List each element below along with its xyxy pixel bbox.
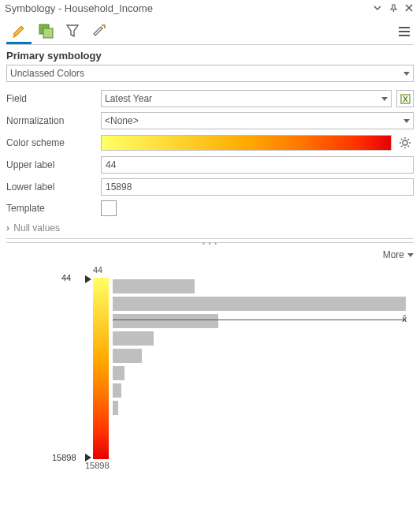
svg-line-9 [408,146,410,148]
histogram-bar [113,297,406,311]
chevron-down-icon [374,4,381,12]
pin-icon [389,4,398,13]
colorscheme-dropdown[interactable] [101,135,392,151]
panel-title: Symbology - Household_Income [5,2,368,14]
ramp-bottom-outer-label: 15898 [52,453,76,462]
close-button[interactable] [403,2,415,14]
tab-symbol-layers[interactable] [60,19,85,44]
ramp-top-outer-label: 44 [61,273,71,282]
svg-line-8 [401,139,403,140]
mean-label: x̄ [402,314,407,324]
close-icon [405,4,413,12]
autohide-button[interactable] [371,2,384,14]
primary-symbology-heading: Primary symbology [6,50,414,62]
lower-label-input[interactable] [101,178,414,196]
normalization-dropdown[interactable]: <None> [101,112,414,129]
grip-icon: • • • [203,240,217,248]
svg-line-11 [408,139,410,140]
histogram-bar [113,331,154,346]
hamburger-icon [399,27,410,28]
histogram-bar [113,383,121,398]
histogram-upper-handle[interactable] [85,275,91,283]
paintbrush-icon [10,22,28,39]
gear-icon [399,136,411,149]
null-values-expander[interactable]: › Null values [6,222,414,234]
symbology-panel: Symbology - Household_Income [0,0,420,475]
field-dropdown[interactable]: Latest Year [101,90,392,107]
colorscheme-label: Color scheme [6,137,101,148]
color-ramp [93,278,109,459]
upper-label-input[interactable] [101,156,414,174]
histogram-bar [113,279,195,293]
normalization-label: Normalization [6,115,101,126]
tab-vary-by-attribute[interactable] [33,19,58,44]
histogram-bar [113,401,118,415]
histogram-bar [113,349,142,363]
histogram: 44 44 15898 15898 x̄ [6,270,414,475]
histogram-bar [113,366,125,380]
chevron-right-icon: › [6,222,9,234]
field-value: Latest Year [105,93,381,104]
null-values-label: Null values [13,222,60,234]
lower-label-label: Lower label [6,181,101,192]
caret-down-icon [403,119,410,123]
menu-button[interactable] [395,22,414,41]
histogram-bars: x̄ [113,279,406,461]
caret-down-icon [407,253,414,257]
expression-button[interactable] [396,90,414,107]
more-menu-button[interactable]: More [383,249,414,260]
ramp-bottom-inner-label: 15898 [85,461,110,470]
caret-down-icon [381,97,388,101]
tab-advanced[interactable] [87,19,112,44]
histogram-bar [113,314,218,328]
vary-icon [37,22,54,39]
colorscheme-options-button[interactable] [396,134,414,151]
panel-splitter[interactable]: • • • [6,238,414,243]
upper-label-label: Upper label [6,159,101,170]
panel-titlebar: Symbology - Household_Income [0,0,420,16]
symbology-type-value: Unclassed Colors [10,68,403,79]
template-swatch[interactable] [101,200,117,216]
svg-line-10 [401,146,403,148]
expression-icon [400,94,411,104]
symbology-type-dropdown[interactable]: Unclassed Colors [6,65,414,82]
template-label: Template [6,203,101,214]
tools-icon [91,22,108,39]
field-label: Field [6,93,101,104]
normalization-value: <None> [105,115,403,126]
funnel-icon [65,23,80,39]
svg-point-3 [403,140,407,145]
ramp-top-inner-label: 44 [93,265,102,275]
symbology-toolbar [0,17,420,44]
svg-rect-1 [43,28,53,38]
more-label: More [383,249,404,260]
caret-down-icon [403,72,410,76]
pin-button[interactable] [387,2,400,14]
mean-line [113,320,406,320]
tab-primary-symbology[interactable] [6,19,32,44]
